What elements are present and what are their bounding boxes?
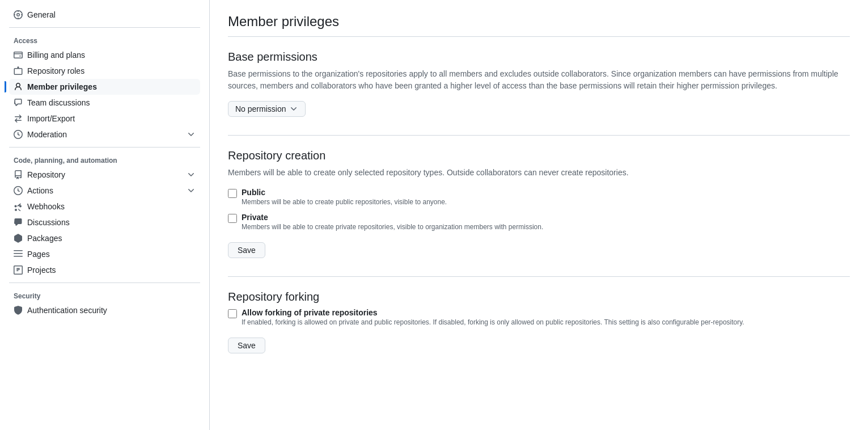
base-permissions-dropdown[interactable]: No permission	[228, 101, 306, 117]
repo-forking-save-button[interactable]: Save	[228, 338, 265, 353]
comment-icon	[14, 98, 23, 107]
forking-checkbox-label[interactable]: Allow forking of private repositories	[242, 308, 378, 317]
credit-card-icon	[14, 50, 23, 60]
sidebar-divider-security	[9, 283, 200, 283]
sidebar-item-repository[interactable]: Repository	[9, 167, 200, 183]
sidebar-moderation-label: Moderation	[27, 130, 67, 139]
forking-checkbox-row: Allow forking of private repositories If…	[228, 308, 850, 326]
dropdown-chevron-icon	[289, 104, 298, 113]
sidebar-packages-label: Packages	[27, 234, 62, 243]
repo-creation-title: Repository creation	[228, 149, 850, 162]
actions-icon	[14, 186, 23, 195]
repo-forking-title: Repository forking	[228, 290, 850, 303]
sidebar-item-actions[interactable]: Actions	[9, 183, 200, 199]
sidebar-import-export-label: Import/Export	[27, 114, 75, 123]
sidebar-item-moderation[interactable]: Moderation	[9, 127, 200, 142]
moderation-chevron-icon	[187, 130, 196, 139]
discussions-icon	[14, 218, 23, 227]
base-permissions-desc: Base permissions to the organization's r…	[228, 68, 850, 92]
pages-icon	[14, 250, 23, 259]
public-checkbox-row: Public Members will be able to create pu…	[228, 188, 850, 206]
projects-icon	[14, 265, 23, 275]
moderation-icon	[14, 130, 23, 139]
person-icon	[14, 82, 23, 91]
sidebar-item-discussions[interactable]: Discussions	[9, 214, 200, 230]
packages-icon	[14, 234, 23, 243]
gear-icon	[14, 10, 23, 19]
sidebar-item-team-discussions[interactable]: Team discussions	[9, 95, 200, 111]
sidebar-item-webhooks[interactable]: Webhooks	[9, 199, 200, 214]
sidebar-section-security: Security	[9, 288, 200, 302]
forking-checkbox-sublabel: If enabled, forking is allowed on privat…	[242, 318, 744, 326]
main-content: Member privileges Base permissions Base …	[210, 0, 868, 430]
sidebar-general-label: General	[27, 10, 56, 19]
sidebar-auth-security-label: Authentication security	[27, 306, 107, 315]
sidebar-section-access: Access	[9, 32, 200, 47]
sidebar-item-packages[interactable]: Packages	[9, 230, 200, 246]
arrows-icon	[14, 114, 23, 123]
sidebar-divider-top	[9, 27, 200, 28]
sidebar-discussions-label: Discussions	[27, 218, 70, 227]
public-checkbox[interactable]	[228, 189, 237, 198]
dropdown-label: No permission	[235, 104, 286, 113]
shield-icon	[14, 306, 23, 315]
sidebar-item-member-privileges[interactable]: Member privileges	[9, 79, 200, 95]
repository-forking-section: Repository forking Allow forking of priv…	[228, 290, 850, 353]
sidebar-member-priv-label: Member privileges	[27, 82, 97, 91]
sidebar-item-projects[interactable]: Projects	[9, 262, 200, 278]
sidebar-webhooks-label: Webhooks	[27, 202, 65, 211]
private-checkbox[interactable]	[228, 214, 237, 223]
sidebar: General Access Billing and plans Reposit…	[0, 0, 210, 430]
repo-creation-desc: Members will be able to create only sele…	[228, 167, 850, 179]
sidebar-item-import-export[interactable]: Import/Export	[9, 111, 200, 127]
private-checkbox-sublabel: Members will be able to create private r…	[242, 223, 543, 231]
sidebar-repository-label: Repository	[27, 170, 65, 179]
forking-checkbox[interactable]	[228, 309, 237, 318]
sidebar-actions-label: Actions	[27, 186, 53, 195]
sidebar-pages-label: Pages	[27, 250, 50, 259]
webhooks-icon	[14, 202, 23, 211]
page-title: Member privileges	[228, 14, 850, 29]
private-checkbox-label[interactable]: Private	[242, 213, 268, 222]
base-permissions-title: Base permissions	[228, 50, 850, 64]
page-divider	[228, 36, 850, 37]
sidebar-projects-label: Projects	[27, 265, 56, 275]
repository-creation-section: Repository creation Members will be able…	[228, 149, 850, 258]
briefcase-icon	[14, 66, 23, 75]
repo-creation-save-button[interactable]: Save	[228, 242, 265, 258]
sidebar-billing-label: Billing and plans	[27, 50, 85, 60]
public-checkbox-sublabel: Members will be able to create public re…	[242, 198, 447, 206]
section-divider-1	[228, 135, 850, 136]
actions-chevron-icon	[187, 186, 196, 195]
public-checkbox-label[interactable]: Public	[242, 188, 265, 197]
private-checkbox-row: Private Members will be able to create p…	[228, 213, 850, 231]
sidebar-item-pages[interactable]: Pages	[9, 246, 200, 262]
repository-chevron-icon	[187, 170, 196, 179]
repo-icon	[14, 170, 23, 179]
section-divider-2	[228, 276, 850, 277]
sidebar-item-authentication-security[interactable]: Authentication security	[9, 302, 200, 318]
sidebar-divider-mid	[9, 147, 200, 147]
sidebar-item-repository-roles[interactable]: Repository roles	[9, 63, 200, 79]
sidebar-item-billing[interactable]: Billing and plans	[9, 47, 200, 63]
sidebar-team-disc-label: Team discussions	[27, 98, 90, 107]
sidebar-section-code: Code, planning, and automation	[9, 152, 200, 167]
sidebar-item-general[interactable]: General	[9, 7, 200, 23]
base-permissions-section: Base permissions Base permissions to the…	[228, 50, 850, 117]
sidebar-repo-roles-label: Repository roles	[27, 66, 84, 75]
